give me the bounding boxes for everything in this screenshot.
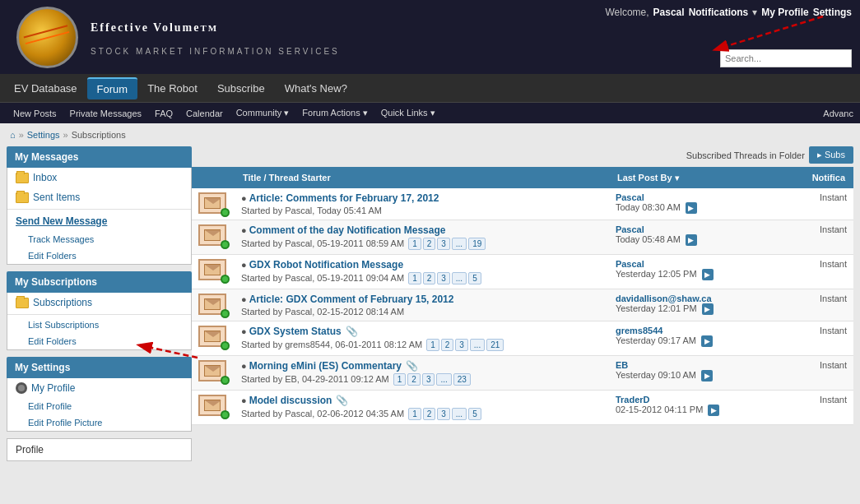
nav-quick-links[interactable]: Quick Links ▾	[374, 105, 442, 121]
nav-new-posts[interactable]: New Posts	[7, 106, 63, 121]
page-link[interactable]: 3	[437, 238, 450, 250]
page-links: 123...19	[408, 238, 486, 250]
edit-profile-picture-link[interactable]: Edit Profile Picture	[28, 418, 102, 428]
thread-title-link[interactable]: Article: GDX Comment of February 15, 201…	[249, 294, 454, 305]
sidebar-edit-profile-picture[interactable]: Edit Profile Picture	[7, 414, 191, 431]
nav-private-messages[interactable]: Private Messages	[63, 106, 148, 121]
go-to-post-icon[interactable]: ▶	[701, 335, 713, 347]
last-post-user[interactable]: Pascal	[616, 259, 781, 269]
go-to-post-icon[interactable]: ▶	[701, 370, 713, 381]
notifications-link[interactable]: Notifications	[689, 7, 749, 18]
notif-cell: Instant	[788, 188, 853, 220]
myprofile-link[interactable]: My Profile	[761, 7, 808, 18]
nav-community[interactable]: Community ▾	[230, 105, 296, 121]
table-row: ● GDX System Status📎 Started by grems854…	[192, 321, 853, 356]
go-to-post-icon[interactable]: ▶	[708, 405, 719, 416]
nav-faq[interactable]: FAQ	[148, 106, 179, 121]
page-link[interactable]: 5	[468, 272, 481, 284]
my-profile-link[interactable]: My Profile	[31, 382, 75, 394]
table-header: Title / Thread Starter Last Post By ▾ No…	[192, 167, 853, 188]
page-link[interactable]: 19	[468, 238, 486, 250]
inbox-link[interactable]: Inbox	[33, 172, 57, 183]
sidebar-inbox[interactable]: Inbox	[7, 168, 191, 187]
page-link[interactable]: 2	[423, 272, 436, 284]
sidebar-track-messages[interactable]: Track Messages	[7, 231, 191, 247]
sidebar-send-new[interactable]: Send New Message	[7, 211, 191, 231]
thread-title-cell: ● GDX Robot Notification Message Started…	[235, 255, 609, 289]
sidebar-edit-folders[interactable]: Edit Folders	[7, 247, 191, 264]
go-to-post-icon[interactable]: ▶	[702, 269, 714, 280]
go-to-post-icon[interactable]: ▶	[702, 303, 714, 315]
list-subscriptions-link[interactable]: List Subscriptions	[28, 320, 99, 330]
sidebar-edit-profile[interactable]: Edit Profile	[7, 398, 191, 414]
content-top: Subscribed Threads in Folder ▸ Subs	[192, 146, 853, 164]
thread-title-link[interactable]: Article: Comments for February 17, 2012	[249, 192, 439, 204]
main-layout: My Messages Inbox Sent Items Send New Me…	[0, 146, 860, 468]
page-link[interactable]: 3	[437, 408, 450, 420]
nav-whats-new[interactable]: What's New?	[275, 78, 357, 99]
page-link[interactable]: ...	[452, 408, 467, 420]
sidebar-subscriptions[interactable]: Subscriptions	[7, 293, 191, 312]
nav-the-robot[interactable]: The Robot	[137, 78, 207, 99]
edit-folders-link[interactable]: Edit Folders	[28, 251, 77, 261]
sent-items-link[interactable]: Sent Items	[33, 192, 80, 203]
edit-folders2-link[interactable]: Edit Folders	[28, 336, 77, 346]
last-post-time: Yesterday 09:10 AM ▶	[616, 370, 781, 381]
username-link[interactable]: Pascal	[653, 7, 685, 18]
last-post-user[interactable]: EB	[616, 360, 781, 370]
page-link[interactable]: 3	[437, 272, 450, 284]
nav-subscribe[interactable]: Subscribe	[207, 78, 275, 99]
last-post-user[interactable]: TraderD	[616, 395, 781, 405]
page-link[interactable]: 1	[408, 238, 421, 250]
page-link[interactable]: 2	[441, 339, 454, 351]
page-link[interactable]: 21	[486, 339, 504, 351]
page-link[interactable]: 1	[408, 408, 421, 420]
page-link[interactable]: 1	[408, 272, 421, 284]
page-link[interactable]: 1	[393, 373, 407, 386]
last-post-user[interactable]: grems8544	[616, 326, 781, 335]
go-to-post-icon[interactable]: ▶	[686, 234, 697, 246]
page-link[interactable]: 2	[423, 238, 436, 250]
page-link[interactable]: ...	[436, 373, 451, 386]
thread-title-link[interactable]: GDX Robot Notification Message	[249, 259, 403, 270]
page-link[interactable]: 3	[422, 373, 435, 386]
search-input[interactable]	[720, 49, 852, 67]
page-link[interactable]: ...	[452, 238, 467, 250]
page-link[interactable]: 2	[423, 408, 436, 420]
subscriptions-link[interactable]: Subscriptions	[33, 297, 92, 308]
edit-profile-link[interactable]: Edit Profile	[28, 401, 72, 411]
settings-link[interactable]: Settings	[813, 7, 852, 18]
sidebar-list-subscriptions[interactable]: List Subscriptions	[7, 317, 191, 333]
nav-forum[interactable]: Forum	[87, 77, 138, 99]
page-link[interactable]: 23	[453, 373, 471, 386]
page-link[interactable]: 3	[455, 339, 468, 351]
page-link[interactable]: ...	[452, 272, 467, 284]
sidebar: My Messages Inbox Sent Items Send New Me…	[7, 146, 192, 461]
send-new-link[interactable]: Send New Message	[16, 215, 107, 227]
last-post-user[interactable]: davidallison@shaw.ca	[616, 294, 781, 303]
breadcrumb-settings[interactable]: Settings	[27, 130, 60, 140]
thread-title-link[interactable]: Comment of the day Notification Message	[249, 224, 446, 236]
page-link[interactable]: 5	[468, 408, 481, 420]
last-post-cell: Pascal Yesterday 12:05 PM ▶	[609, 255, 788, 289]
green-dot-icon	[221, 240, 230, 249]
nav-calendar[interactable]: Calendar	[179, 106, 230, 121]
last-post-user[interactable]: Pascal	[616, 224, 781, 234]
breadcrumb-home[interactable]: ⌂	[10, 130, 16, 140]
page-link[interactable]: 2	[407, 373, 421, 386]
page-link[interactable]: ...	[470, 339, 485, 351]
nav-advanced[interactable]: Advanc	[823, 109, 853, 118]
nav-ev-database[interactable]: EV Database	[4, 78, 87, 99]
go-to-post-icon[interactable]: ▶	[686, 202, 697, 214]
nav-forum-actions[interactable]: Forum Actions ▾	[295, 105, 374, 121]
thread-title-link[interactable]: GDX System Status	[249, 326, 342, 337]
track-messages-link[interactable]: Track Messages	[28, 234, 94, 244]
page-link[interactable]: 1	[426, 339, 439, 351]
subs-button[interactable]: ▸ Subs	[809, 146, 853, 164]
sidebar-my-profile[interactable]: My Profile	[7, 378, 191, 398]
thread-title-link[interactable]: Morning eMini (ES) Commentary	[249, 360, 402, 372]
sidebar-edit-folders2[interactable]: Edit Folders	[7, 333, 191, 349]
thread-title-link[interactable]: Model discussion	[249, 395, 332, 406]
last-post-user[interactable]: Pascal	[616, 192, 781, 202]
sidebar-sent-items[interactable]: Sent Items	[7, 187, 191, 207]
